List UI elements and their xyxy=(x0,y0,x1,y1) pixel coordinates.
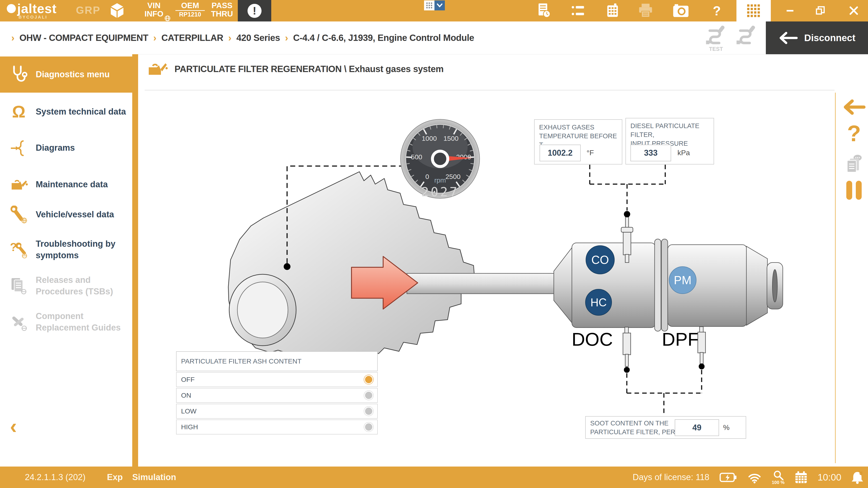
radio-icon[interactable] xyxy=(364,422,373,431)
sidebar-item-label: Releases and Procedures (TSBs) xyxy=(36,274,126,297)
connection-icon xyxy=(735,23,758,47)
sidebar-item-maintenance-data[interactable]: Maintenance data xyxy=(0,172,132,197)
soot-label: SOOT CONTENT ON THE xyxy=(590,420,669,427)
temperature-label: EXHAUST GASES xyxy=(539,124,594,131)
exhaust-pipe xyxy=(407,273,558,294)
gauge-tick-2500: 2500 xyxy=(445,173,461,180)
breadcrumb-item-make[interactable]: CATERPILLAR xyxy=(161,33,223,43)
warning-icon: ! xyxy=(248,4,261,18)
pause-button[interactable] xyxy=(840,181,868,200)
battery-icon xyxy=(719,471,737,483)
chevron-down-icon xyxy=(434,0,445,10)
globe-icon xyxy=(164,15,170,21)
alerts-tab[interactable]: ! xyxy=(238,0,271,22)
report-icon[interactable] xyxy=(535,3,553,19)
jaltest-logo: jaltest BYCOJALI xyxy=(7,1,57,20)
sidebar-item-system-technical-data[interactable]: Ω System technical data xyxy=(0,97,132,127)
pressure-value: 333 xyxy=(630,144,671,161)
wifi-icon xyxy=(747,471,762,484)
status-bar: 24.2.1.1.3 (202) Exp Simulation Days of … xyxy=(0,466,868,488)
pause-icon xyxy=(856,181,862,200)
sidebar-item-label: Diagnostics menu xyxy=(36,69,126,80)
sidebar-collapse-button[interactable]: ‹ xyxy=(10,416,17,436)
oil-can-icon xyxy=(9,175,28,194)
top-toolbar: jaltest BYCOJALI GRP VININFO OEMRP1210 P… xyxy=(0,0,868,22)
sidebar-item-label: Vehicle/vessel data xyxy=(36,209,126,220)
pause-icon xyxy=(846,181,852,200)
pm-label: PM xyxy=(674,273,691,287)
breadcrumb: › OHW - COMPACT EQUIPMENT › CATERPILLAR … xyxy=(11,22,474,54)
sidebar-item-troubleshooting[interactable]: ? Troubleshooting by symptoms xyxy=(0,235,132,264)
page-title-bar: PARTICULATE FILTER REGENERATION \ Exhaus… xyxy=(147,61,443,77)
sidebar-divider xyxy=(132,54,138,466)
sidebar-item-releases-tsbs: Releases and Procedures (TSBs) xyxy=(0,271,132,300)
maximize-button[interactable] xyxy=(813,3,828,19)
chevron-right-icon: › xyxy=(228,33,231,43)
sensor-point xyxy=(624,211,630,217)
ash-option-high[interactable]: HIGH xyxy=(176,420,378,434)
chevron-right-icon: › xyxy=(285,33,288,43)
temperature-value: 1002.2 xyxy=(539,144,581,161)
stethoscope-icon xyxy=(9,65,28,84)
disconnect-button[interactable]: Disconnect xyxy=(766,22,868,54)
soot-value: 49 xyxy=(675,419,719,436)
breadcrumb-item-system[interactable]: C-4.4 / C-6.6, J1939, Engine Control Mod… xyxy=(293,33,474,43)
temperature-box: EXHAUST GASES TEMPERATURE BEFORE T... 10… xyxy=(534,119,622,164)
ash-option-on[interactable]: ON xyxy=(176,388,378,403)
keypad-icon[interactable] xyxy=(603,3,622,19)
grid-dots-icon xyxy=(424,0,434,10)
list-icon[interactable] xyxy=(569,3,587,19)
notifications-bell-icon[interactable] xyxy=(851,470,864,484)
chevron-right-icon: › xyxy=(153,33,156,43)
oem-rp1210-button[interactable]: OEMRP1210 xyxy=(176,1,205,18)
measurements-tab-active[interactable] xyxy=(737,0,771,22)
copy-report-icon xyxy=(843,154,865,173)
omega-icon: Ω xyxy=(9,103,28,121)
sidebar-item-diagnostics-menu[interactable]: Diagnostics menu xyxy=(0,57,132,93)
sidebar-item-label: Diagrams xyxy=(36,142,126,154)
breadcrumb-item-category[interactable]: OHW - COMPACT EQUIPMENT xyxy=(20,33,148,43)
sidebar-item-diagrams[interactable]: Diagrams xyxy=(0,135,132,160)
tools-icon xyxy=(9,313,28,331)
app-picker-dropdown[interactable] xyxy=(424,0,445,10)
camera-icon[interactable] xyxy=(672,3,690,19)
sidebar-item-label: Component Replacement Guides xyxy=(36,311,126,334)
ash-option-off[interactable]: OFF xyxy=(176,372,378,387)
modules-cube-icon[interactable] xyxy=(108,3,126,19)
sidebar-item-component-guides: Component Replacement Guides xyxy=(0,307,132,337)
soot-box: SOOT CONTENT ON THE PARTICULATE FILTER, … xyxy=(585,416,746,439)
vin-info-button[interactable]: VININFO xyxy=(139,1,168,18)
breadcrumb-item-model[interactable]: 420 Series xyxy=(237,33,280,43)
pressure-label: DIESEL PARTICULATE FILTER, xyxy=(630,122,700,138)
maintenance-test-icon xyxy=(147,61,168,77)
mode-label: Exp xyxy=(107,473,123,482)
pass-thru-button[interactable]: PASSTHRU xyxy=(209,1,236,18)
page-title: PARTICULATE FILTER REGENERATION \ Exhaus… xyxy=(175,64,443,74)
minimize-button[interactable] xyxy=(782,3,798,19)
help-icon[interactable]: ? xyxy=(709,3,725,19)
engine-measure-point xyxy=(284,263,290,270)
arrow-left-icon xyxy=(778,31,798,45)
radio-selected-icon[interactable] xyxy=(364,375,373,384)
gauge-tick-1000: 1000 xyxy=(422,135,437,142)
arrow-left-icon xyxy=(842,98,866,116)
radio-icon[interactable] xyxy=(364,391,373,400)
help-button[interactable]: ? xyxy=(840,122,868,144)
dpf-label: DPF xyxy=(662,329,699,350)
sidebar-item-label: System technical data xyxy=(36,106,126,118)
pressure-unit: kPa xyxy=(677,149,690,157)
calendar-icon[interactable] xyxy=(795,471,808,484)
radio-icon[interactable] xyxy=(364,407,373,416)
zoom-indicator[interactable]: 100 % xyxy=(772,470,784,485)
version-label: 24.2.1.1.3 (202) xyxy=(25,473,86,482)
close-button[interactable] xyxy=(846,3,862,19)
connection-test-icon: TEST xyxy=(704,23,728,52)
sidebar-item-vehicle-vessel-data[interactable]: Vehicle/vessel data xyxy=(0,202,132,227)
gauge-tick-1500: 1500 xyxy=(443,135,459,142)
gauge-unit: rpm xyxy=(434,176,446,184)
back-button[interactable] xyxy=(840,98,868,116)
ash-content-panel: PARTICULATE FILTER ASH CONTENT OFF ON LO… xyxy=(176,351,378,434)
sidebar-item-label: Troubleshooting by symptoms xyxy=(36,238,126,261)
grp-label: GRP xyxy=(76,4,101,16)
ash-option-low[interactable]: LOW xyxy=(176,404,378,419)
